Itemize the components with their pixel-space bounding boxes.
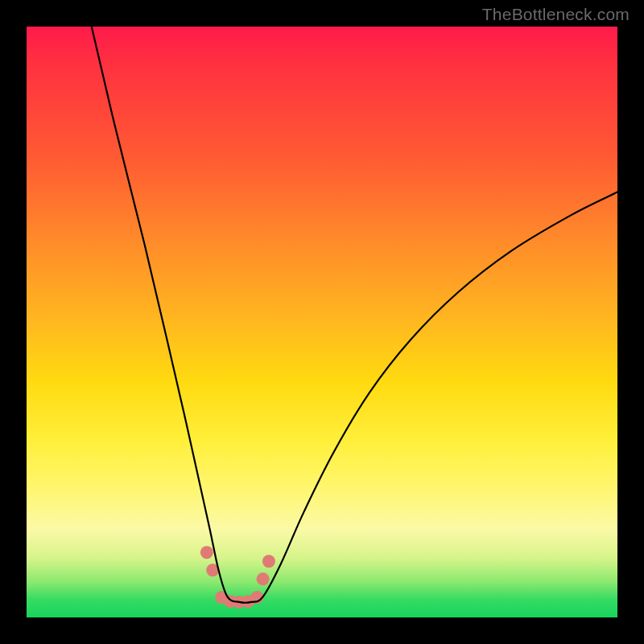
plot-area — [27, 27, 617, 617]
marker-dots — [200, 546, 275, 609]
marker-dot — [200, 546, 213, 559]
marker-dot — [257, 572, 270, 585]
bottleneck-curve — [92, 27, 617, 603]
curve-layer — [27, 27, 617, 617]
marker-dot — [262, 555, 275, 568]
watermark-text: TheBottleneck.com — [482, 5, 630, 24]
chart-frame: TheBottleneck.com — [0, 0, 644, 644]
